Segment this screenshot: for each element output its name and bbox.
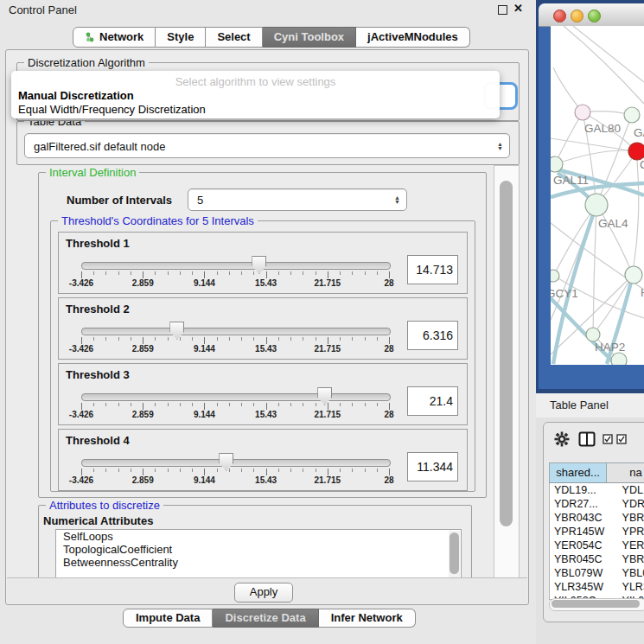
group-label: Threshold's Coordinates for 5 Intervals (58, 214, 258, 227)
threshold-value-field[interactable]: 6.316 (407, 321, 458, 350)
stepper-icon: ▲▼ (394, 195, 400, 204)
slider-tick-labels: -3.4262.8599.14415.4321.71528 (81, 475, 389, 486)
table-horizontal-scrollbar[interactable] (549, 598, 644, 611)
threshold-slider-track[interactable] (81, 459, 391, 467)
list-scrollbar[interactable] (449, 531, 460, 578)
network-node[interactable] (625, 266, 642, 284)
network-node[interactable] (586, 328, 600, 341)
minimize-button[interactable] (571, 10, 583, 22)
float-icon[interactable] (498, 5, 507, 15)
network-edge[interactable] (555, 112, 583, 164)
node-label: GAL80 (584, 122, 621, 135)
tab-impute-data[interactable]: Impute Data (123, 609, 213, 628)
network-window-titlebar[interactable] (539, 3, 644, 27)
table-header-row: shared... na (549, 462, 644, 483)
dropdown-item-manual[interactable]: Manual Discretization (18, 89, 134, 102)
zoom-button[interactable] (588, 10, 601, 22)
gear-icon[interactable] (554, 431, 570, 450)
checkbox-icon[interactable] (603, 434, 613, 447)
node-label: GA (634, 126, 644, 139)
network-edge[interactable] (596, 205, 633, 275)
scrollbar-thumb[interactable] (552, 600, 640, 608)
node-label: C (640, 158, 644, 171)
node-label: H (641, 286, 644, 299)
network-edge[interactable] (564, 26, 644, 104)
attribute-list-item[interactable]: BetweennessCentrality (56, 556, 461, 569)
threshold-slider-track[interactable] (81, 393, 391, 401)
interval-definition-group: Interval Definition Number of Intervals … (38, 172, 487, 498)
threshold-value-field[interactable]: 14.713 (407, 255, 458, 284)
network-node[interactable] (624, 107, 640, 123)
network-node[interactable] (551, 156, 563, 172)
threshold-panel-3: Threshold 3-3.4262.8599.14415.4321.71528… (58, 363, 468, 425)
tab-jactivemnodules[interactable]: jActiveMNodules (356, 27, 470, 48)
table-row[interactable]: YBR043CYBR0 (550, 511, 644, 525)
network-edge[interactable] (573, 26, 644, 82)
tab-network[interactable]: Network (73, 27, 156, 48)
tab-infer-network[interactable]: Infer Network (319, 609, 416, 628)
threshold-label: Threshold 4 (66, 434, 130, 447)
table-row[interactable]: YER054CYER0 (550, 539, 644, 552)
control-panel-titlebar: Control Panel ✕ (0, 0, 536, 19)
thresholds-group: Threshold's Coordinates for 5 Intervals … (50, 220, 475, 492)
number-of-intervals-label: Number of Intervals (67, 194, 172, 207)
close-icon[interactable]: ✕ (513, 2, 523, 15)
table-row[interactable]: YPR145WYPR1 (550, 525, 644, 539)
attribute-list-item[interactable]: TopologicalCoefficient (56, 543, 461, 556)
network-view-window: GAL80GACGAL11GAL4GCY1HHAP2 (539, 3, 644, 389)
bottom-tab-bar: Impute Data Discretize Data Infer Networ… (123, 609, 416, 628)
column-header-name[interactable]: na (607, 463, 644, 482)
node-label: GAL11 (553, 174, 589, 187)
top-tab-bar: Network Style Select Cyni Toolbox jActiv… (73, 27, 470, 48)
number-of-intervals-combobox[interactable]: 5 ▲▼ (188, 188, 407, 211)
threshold-value-field[interactable]: 11.344 (407, 452, 458, 481)
close-button[interactable] (553, 10, 566, 22)
table-row[interactable]: YBL079WYBL0 (550, 566, 644, 580)
main-scrollbar[interactable] (494, 165, 520, 579)
columns-icon[interactable] (578, 431, 596, 450)
threshold-value-field[interactable]: 21.4 (407, 386, 458, 416)
column-header-shared-name[interactable]: shared... (550, 463, 607, 482)
group-label: Discretization Algorithm (24, 56, 149, 69)
tab-discretize-data[interactable]: Discretize Data (213, 609, 318, 628)
tab-select[interactable]: Select (206, 27, 262, 48)
network-node[interactable] (611, 353, 627, 365)
tab-cyni-toolbox[interactable]: Cyni Toolbox (263, 27, 356, 48)
panel-title: Control Panel (9, 3, 77, 16)
network-edge[interactable] (593, 205, 596, 335)
node-table: shared... na YDL19...YDL1YDR27...YDR2YBR… (549, 462, 644, 600)
threshold-slider-track[interactable] (81, 328, 391, 335)
table-row[interactable]: YLR345WYLR3 (550, 580, 644, 594)
tab-style[interactable]: Style (156, 27, 206, 48)
threshold-slider-track[interactable] (81, 262, 391, 270)
table-panel-titlebar: Table Panel (536, 393, 644, 418)
table-row[interactable]: YBR045CYBR0 (550, 552, 644, 566)
table-row[interactable]: YDR27...YDR2 (550, 497, 644, 511)
dropdown-hint: Select algorithm to view settings (11, 75, 500, 88)
combobox-value: galFiltered.sif default node (34, 139, 165, 152)
app-window: Control Panel ✕ Network Style Select Cyn… (0, 0, 644, 644)
stepper-icon: ▲▼ (497, 142, 503, 150)
checkbox-icon[interactable] (616, 434, 627, 447)
network-edge[interactable] (555, 150, 637, 164)
table-data-combobox[interactable]: galFiltered.sif default node ▲▼ (24, 133, 510, 158)
network-edge[interactable] (634, 160, 639, 266)
table-row[interactable]: YDL19...YDL1 (550, 483, 644, 497)
group-label: Attributes to discretize (46, 499, 163, 512)
network-node[interactable] (575, 105, 590, 120)
network-canvas[interactable]: GAL80GACGAL11GAL4GCY1HHAP2 (551, 26, 644, 365)
scrollbar-thumb[interactable] (500, 181, 513, 526)
table-data-group: Table Data galFiltered.sif default node … (16, 121, 520, 165)
table-panel-title: Table Panel (550, 399, 609, 411)
dropdown-item-equal-width[interactable]: Equal Width/Frequency Discretization (18, 103, 206, 116)
network-node[interactable] (551, 270, 559, 282)
network-node[interactable] (585, 194, 608, 216)
attributes-group: Attributes to discretize Numerical Attri… (38, 505, 472, 578)
threshold-label: Threshold 1 (66, 237, 130, 250)
threshold-label: Threshold 3 (66, 368, 130, 381)
attributes-list[interactable]: SelfLoopsTopologicalCoefficientBetweenne… (55, 529, 462, 578)
slider-tick-labels: -3.4262.8599.14415.4321.71528 (81, 278, 389, 289)
attribute-list-item[interactable]: SelfLoops (56, 530, 461, 543)
apply-button[interactable]: Apply (234, 583, 293, 603)
network-node[interactable] (628, 143, 644, 160)
